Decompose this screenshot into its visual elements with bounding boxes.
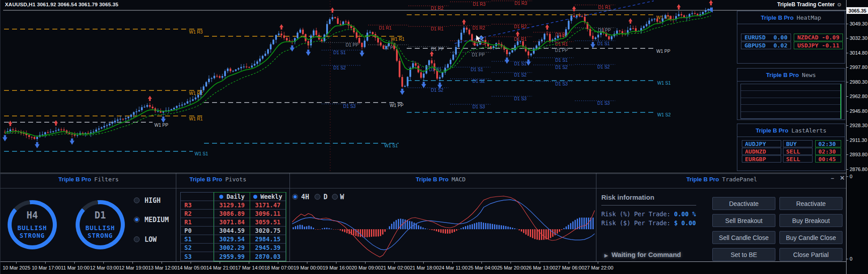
- heatmap-cell-eurusd[interactable]: EURUSD0.00: [741, 34, 791, 41]
- time-tick-label: 19 Mar 00:00: [294, 265, 323, 270]
- time-tick-label: 12 Mar 19:00: [119, 265, 148, 270]
- smiley-icon[interactable]: ☺: [837, 1, 842, 8]
- close-icon[interactable]: ✕: [840, 175, 845, 181]
- alert-symbol[interactable]: EURGBP: [742, 155, 781, 163]
- time-tick: [249, 262, 249, 264]
- pivot-weekly-value: 2870.03: [250, 252, 285, 261]
- minimize-icon[interactable]: –: [831, 175, 834, 181]
- heatmap-cell-nzdcad[interactable]: NZDCAD-0.09: [794, 34, 843, 41]
- price-tick: [847, 82, 848, 82]
- time-tick-label: 10 Mar 2025: [3, 265, 30, 270]
- radio-dot-icon: [253, 195, 257, 199]
- h4-gauge-state1: BULLISH: [17, 224, 47, 232]
- time-tick: [365, 262, 366, 264]
- sub-scale-label: 0: [850, 174, 852, 179]
- pivot-label-d1-r2: D1 R2: [514, 24, 527, 29]
- pivot-label-w1-r1: W1 R1: [391, 37, 404, 42]
- risk-dollar-value: $ 0.00: [674, 219, 696, 227]
- time-axis[interactable]: 10 Mar 202510 Mar 17:0011 Mar 10:0012 Ma…: [0, 261, 846, 274]
- price-tick: [847, 111, 848, 111]
- heatmap-cell-gbpusd[interactable]: GBPUSD0.02: [741, 42, 791, 49]
- price-tick-label: 3032.30: [850, 35, 868, 41]
- macd-title: MACD: [451, 176, 465, 183]
- news-panel: Triple B ProNews: [737, 68, 845, 120]
- sub-scale-tick: [847, 176, 848, 177]
- trading-center-label: TripleB Trading Center☺: [777, 1, 842, 8]
- radio-high[interactable]: [134, 197, 140, 203]
- subwindow-header-rule: [0, 188, 846, 188]
- d1-gauge-face: D1 BULLISH STRONG: [80, 204, 121, 245]
- news-row: [741, 98, 841, 105]
- time-tick: [16, 262, 17, 264]
- time-tick: [394, 262, 395, 264]
- pivot-label-w1-s1: W1 S1: [384, 143, 398, 148]
- price-tick: [847, 24, 848, 24]
- pivot-label-d1-s1: D1 S1: [597, 41, 610, 46]
- pivot-label-d1-r3: D1 R3: [515, 1, 528, 6]
- macd-chart[interactable]: [290, 190, 596, 261]
- pivots-table: DailyWeeklyR33129.193171.47R23086.893096…: [180, 192, 286, 261]
- time-tick: [307, 262, 307, 264]
- radio-label-low: LOW: [145, 235, 157, 244]
- alert-time: 02:30: [815, 140, 841, 147]
- pivots-column-weekly[interactable]: Weekly: [250, 193, 285, 201]
- pivot-label-w1-r3: W1 R3: [189, 30, 203, 34]
- alert-action: SELL: [783, 148, 813, 155]
- heatmap-panel: Triple B ProHeatMap EURUSD0.00GBPUSD0.02…: [737, 11, 845, 64]
- risk-dollar-line: Risk ($) Per Trade: $ 0.00: [601, 219, 696, 227]
- button-buy-candle-close[interactable]: Buy Candle Close: [779, 231, 842, 244]
- h4-gauge-face: H4 BULLISH STRONG: [12, 204, 53, 245]
- pivot-daily-value: 2959.99: [214, 252, 250, 261]
- tradepanel-brand: Triple B Pro: [686, 176, 719, 183]
- risk-percent-line: Risk (%) Per Trade: 0.00 %: [601, 210, 696, 218]
- news-table: [740, 84, 842, 119]
- macd-brand: Triple B Pro: [416, 176, 448, 183]
- time-tick-label: 25 Mar 04:00: [468, 265, 497, 270]
- button-reactivate[interactable]: Reactivate: [779, 197, 842, 210]
- alert-action: SELL: [783, 155, 813, 163]
- price-axis[interactable]: 3065.35 3049.303032.303014.802997.802980…: [846, 0, 868, 274]
- time-tick: [336, 262, 336, 264]
- time-tick: [162, 262, 162, 264]
- button-sell-breakout[interactable]: Sell Breakout: [712, 214, 775, 227]
- time-tick: [598, 262, 598, 264]
- button-buy-breakout[interactable]: Buy Breakout: [779, 214, 842, 227]
- radio-low[interactable]: [134, 236, 140, 242]
- pivot-daily-value: 3071.84: [214, 218, 250, 226]
- alert-symbol[interactable]: AUDJPY: [742, 140, 781, 147]
- pivot-label-d1-pp: D1 PP: [431, 47, 444, 51]
- pivots-row-s2: S23002.292945.39: [181, 244, 285, 252]
- time-tick-label: 21 Mar 18:00: [410, 265, 439, 270]
- button-sell-candle-close[interactable]: Sell Candle Close: [712, 231, 775, 244]
- pivot-label-d1-s3: D1 S3: [514, 96, 527, 101]
- alert-time: 00:45: [815, 155, 841, 163]
- pivot-weekly-value: 2984.15: [250, 235, 285, 243]
- time-tick-label: 27 Mar 22:00: [584, 265, 613, 270]
- alert-symbol[interactable]: AUDNZD: [742, 148, 781, 155]
- pivots-column-daily[interactable]: Daily: [214, 193, 250, 201]
- time-tick-label: 11 Mar 10:00: [61, 265, 89, 270]
- heatmap-cell-usdjpy[interactable]: USDJPY-0.11: [794, 42, 843, 49]
- price-tick: [847, 140, 848, 141]
- time-tick: [191, 262, 191, 264]
- pivot-label-d1-s3: D1 S3: [555, 81, 568, 86]
- pivot-label-w1-s2: W1 S2: [657, 112, 671, 117]
- radio-medium[interactable]: [134, 217, 140, 223]
- lastalerts-brand: Triple B Pro: [756, 127, 788, 134]
- pivots-row-r2: R23086.893096.11: [181, 210, 285, 218]
- time-tick: [103, 262, 104, 264]
- time-tick-label: 19 Mar 16:00: [323, 265, 352, 270]
- time-tick: [74, 262, 75, 264]
- button-deactivate[interactable]: Deactivate: [712, 197, 775, 210]
- price-tick-label: 3014.80: [850, 50, 868, 56]
- pivots-title: Pivots: [226, 176, 247, 183]
- button-set-to-be[interactable]: Set to BE: [712, 248, 775, 261]
- pivots-header-row: DailyWeekly: [181, 193, 285, 201]
- news-row: [741, 84, 841, 91]
- time-tick: [540, 262, 540, 264]
- pivot-label-w1-pp: W1 PP: [390, 103, 404, 108]
- button-close-partial[interactable]: Close Partial: [779, 248, 842, 261]
- pivot-label-d1-s2: D1 S2: [431, 88, 443, 93]
- sub-scale-label: 0: [850, 256, 852, 261]
- trading-center-text: TripleB Trading Center: [777, 1, 835, 8]
